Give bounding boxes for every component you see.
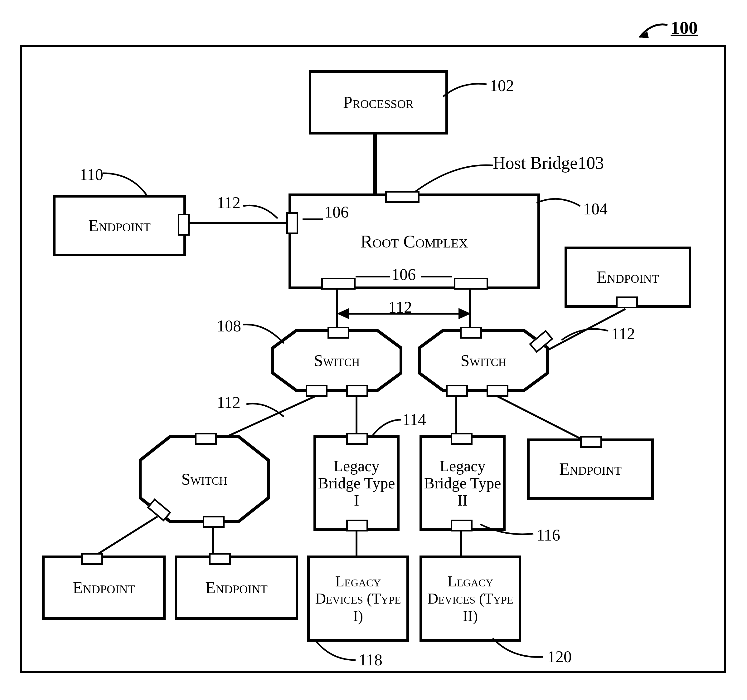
figure-arrow [633, 19, 671, 44]
link-ep110-root [189, 222, 287, 224]
port-ep110 [178, 214, 190, 236]
leader-120 [490, 636, 546, 665]
port-ep-tr [616, 297, 638, 308]
legacy-devices-1-label: Legacy Devices (Type I) [310, 573, 407, 624]
endpoint-bl-label: Endpoint [73, 578, 135, 597]
leader-108 [243, 321, 287, 350]
link-lb2-ld2 [460, 530, 462, 556]
port-swr-bl [446, 385, 468, 397]
ref-112c: 112 [217, 393, 240, 412]
switch-108: Switch [271, 329, 402, 392]
link-swr-lb2 [455, 396, 457, 435]
port-lb2-t [451, 433, 473, 445]
endpoint-tr-label: Endpoint [597, 267, 659, 287]
port-sw108-br [346, 385, 368, 397]
port-ep-bl [81, 553, 103, 565]
endpoint-rm-label: Endpoint [559, 459, 621, 479]
legacy-devices-2-label: Legacy Devices (Type II) [422, 573, 519, 624]
port-swr-t [460, 327, 482, 339]
port-lb1-t [346, 433, 368, 445]
ref-116: 116 [537, 526, 560, 544]
endpoint-b2: Endpoint [175, 556, 298, 620]
port-ep-b2 [209, 553, 231, 565]
endpoint-b2-label: Endpoint [205, 578, 268, 597]
leader-106b-l [355, 276, 390, 277]
processor-label: Processor [343, 93, 414, 112]
ref-106a: 106 [324, 203, 349, 221]
port-root-br [454, 278, 488, 289]
processor-box: Processor [309, 70, 448, 135]
switch-108-label: Switch [314, 352, 360, 370]
link-sw108-lb1 [355, 396, 357, 435]
svg-marker-2 [337, 308, 349, 319]
link-lb1-ld1 [355, 530, 357, 556]
port-sw3-t [195, 433, 217, 445]
legacy-devices-1: Legacy Devices (Type I) [307, 556, 409, 642]
root-complex-label: Root Complex [361, 231, 468, 252]
ref-118: 118 [359, 651, 383, 669]
link-proc-root [373, 132, 377, 197]
leader-110 [103, 170, 159, 198]
port-sw108-t [328, 327, 349, 339]
ref-108: 108 [217, 317, 241, 335]
port-root-top [385, 191, 419, 203]
switch-right-label: Switch [461, 352, 507, 370]
endpoint-110-label: Endpoint [88, 216, 151, 235]
svg-line-8 [497, 396, 590, 443]
legacy-bridge-1-label: Legacy Bridge Type I [316, 458, 397, 509]
ref-104: 104 [583, 200, 608, 218]
endpoint-bl: Endpoint [42, 556, 166, 620]
ref-120: 120 [547, 648, 572, 666]
port-lb1-b [346, 520, 368, 532]
port-sw3-b [203, 516, 225, 528]
ref-112d: 112 [611, 324, 635, 343]
ref-110: 110 [80, 165, 103, 184]
port-root-bl [321, 278, 355, 289]
legacy-devices-2: Legacy Devices (Type II) [419, 556, 521, 642]
leader-114 [370, 417, 404, 438]
ref-112a: 112 [217, 194, 240, 212]
host-bridge-label: Host Bridge103 [493, 153, 604, 173]
leader-112c [246, 400, 287, 421]
leader-106a [302, 218, 323, 220]
leader-116 [480, 518, 537, 543]
port-lb2-b [451, 520, 473, 532]
diagram-canvas: 100 Processor 102 Host Bridge103 Root Co… [0, 0, 747, 700]
leader-112a [243, 200, 281, 225]
leader-104 [537, 194, 587, 221]
svg-line-10 [91, 517, 157, 559]
legacy-bridge-2-label: Legacy Bridge Type II [422, 458, 503, 509]
leader-106b-r [421, 276, 452, 277]
leader-112d [561, 324, 611, 350]
ref-112b: 112 [388, 298, 412, 317]
link-sw3-epb2 [212, 527, 214, 557]
legacy-bridge-1: Legacy Bridge Type I [313, 435, 399, 531]
legacy-bridge-2: Legacy Bridge Type II [419, 435, 506, 531]
switch-right: Switch [418, 329, 549, 392]
ref-106b: 106 [392, 265, 416, 284]
switch-lower-label: Switch [181, 470, 227, 488]
figure-number: 100 [671, 17, 698, 38]
svg-marker-3 [458, 308, 471, 319]
endpoint-110: Endpoint [53, 195, 186, 256]
port-ep-rm [580, 436, 602, 448]
leader-118 [312, 638, 359, 666]
ref-102: 102 [490, 76, 514, 95]
ref-114: 114 [402, 411, 426, 429]
port-root-left [286, 212, 298, 234]
